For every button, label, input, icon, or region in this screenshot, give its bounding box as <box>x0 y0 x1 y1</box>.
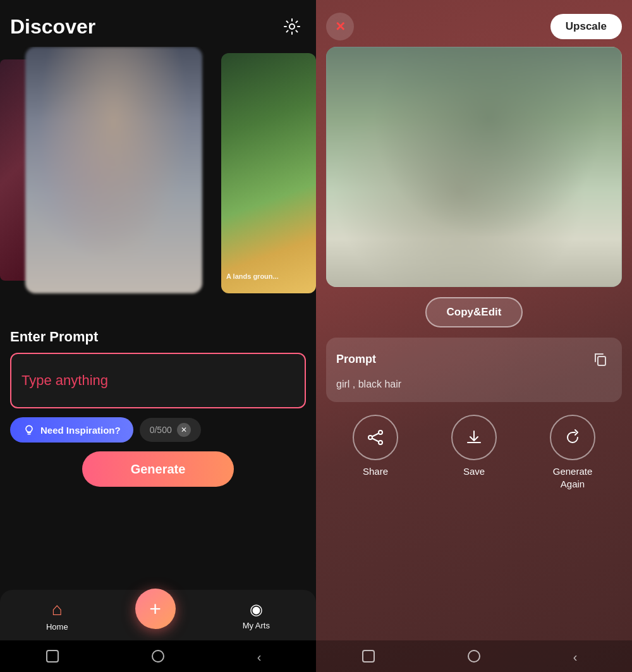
home-system-button[interactable] <box>152 650 164 663</box>
download-icon <box>465 429 483 446</box>
svg-line-7 <box>372 439 379 442</box>
copy-prompt-button[interactable] <box>589 348 612 370</box>
create-button[interactable]: + <box>135 589 176 629</box>
refresh-icon <box>564 429 581 446</box>
left-panel: Discover A lands groun... Enter Prompt T… <box>0 0 316 672</box>
prompt-input-box[interactable]: Type anything <box>10 353 306 408</box>
prompt-card: Prompt girl , black hair <box>326 338 622 402</box>
svg-point-4 <box>368 436 372 439</box>
save-label: Save <box>463 465 485 478</box>
svg-point-0 <box>289 24 295 29</box>
bottom-navigation: ⌂ Home + ◉ My Arts <box>0 590 316 640</box>
plus-icon: + <box>149 597 161 621</box>
share-icon <box>367 429 384 446</box>
image-content <box>326 47 622 287</box>
share-action[interactable]: Share <box>353 415 398 490</box>
nav-myarts[interactable]: ◉ My Arts <box>243 601 270 630</box>
inspiration-button[interactable]: Need Inspiration? <box>10 417 133 443</box>
action-buttons: Share Save GenerateAgain <box>316 402 632 503</box>
char-count-text: 0/500 <box>150 425 172 435</box>
svg-point-1 <box>26 425 32 432</box>
copy-edit-button[interactable]: Copy&Edit <box>425 297 523 327</box>
prompt-placeholder: Type anything <box>21 372 108 389</box>
upscale-button[interactable]: Upscale <box>550 14 622 39</box>
enter-prompt-section: Enter Prompt Type anything Need Inspirat… <box>0 319 316 487</box>
system-bar-right: ‹ <box>316 640 632 672</box>
copy-icon <box>593 351 608 367</box>
save-action[interactable]: Save <box>451 415 497 490</box>
right-header: ✕ Upscale <box>316 0 632 47</box>
system-bar-left: ‹ <box>0 640 316 672</box>
recent-apps-button-right[interactable] <box>362 650 375 663</box>
svg-line-6 <box>372 434 379 437</box>
image-gallery: A lands groun... <box>0 47 316 319</box>
myarts-label: My Arts <box>243 621 270 630</box>
close-button[interactable]: ✕ <box>326 13 354 40</box>
share-label: Share <box>363 465 388 478</box>
gear-icon <box>283 18 301 35</box>
generated-image <box>326 47 622 287</box>
gallery-right-image: A lands groun... <box>221 53 316 293</box>
back-button[interactable]: ‹ <box>257 650 270 663</box>
gallery-right-label: A lands groun... <box>226 272 279 281</box>
myarts-icon: ◉ <box>250 601 263 618</box>
generate-again-circle <box>550 415 595 460</box>
home-system-button-right[interactable] <box>468 650 480 663</box>
svg-point-3 <box>379 431 382 434</box>
generate-again-action[interactable]: GenerateAgain <box>550 415 595 490</box>
generate-again-label: GenerateAgain <box>553 465 593 490</box>
back-button-right[interactable]: ‹ <box>573 650 586 663</box>
enter-prompt-label: Enter Prompt <box>10 329 306 345</box>
svg-rect-2 <box>598 357 605 365</box>
prompt-controls: Need Inspiration? 0/500 ✕ <box>10 417 306 443</box>
page-title: Discover <box>10 15 95 39</box>
inspiration-label: Need Inspiration? <box>40 425 121 436</box>
settings-button[interactable] <box>278 13 306 40</box>
home-label: Home <box>46 622 68 632</box>
prompt-card-header: Prompt <box>336 348 612 370</box>
char-counter: 0/500 ✕ <box>140 418 201 442</box>
generate-button[interactable]: Generate <box>82 451 234 487</box>
nav-home[interactable]: ⌂ Home <box>46 599 68 632</box>
share-circle <box>353 415 398 460</box>
right-panel: ✕ Upscale Copy&Edit Prompt girl , black … <box>316 0 632 672</box>
prompt-text: girl , black hair <box>336 377 612 392</box>
left-header: Discover <box>0 0 316 47</box>
gallery-main-image <box>25 47 202 293</box>
svg-point-5 <box>379 441 382 444</box>
home-icon: ⌂ <box>52 599 63 620</box>
recent-apps-button[interactable] <box>46 650 59 663</box>
save-circle <box>451 415 497 460</box>
lightbulb-icon <box>23 424 35 436</box>
clear-button[interactable]: ✕ <box>177 423 191 437</box>
prompt-card-title: Prompt <box>336 353 376 366</box>
